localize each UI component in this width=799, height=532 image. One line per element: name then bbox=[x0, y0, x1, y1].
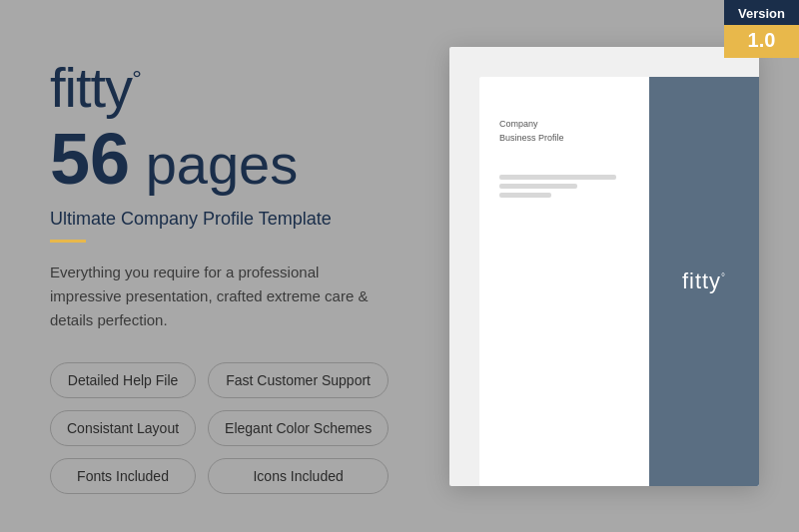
doc-placeholder-1 bbox=[499, 175, 616, 180]
pages-label: pages bbox=[146, 133, 299, 196]
version-badge: Version 1.0 bbox=[724, 0, 799, 58]
right-panel: fitty° Company Business Profile bbox=[409, 0, 799, 532]
document-company-label: Company bbox=[499, 117, 629, 131]
feature-pill-3[interactable]: Elegant Color Schemes bbox=[208, 410, 389, 446]
document-content: Company Business Profile bbox=[479, 77, 649, 486]
pages-count: 56 bbox=[50, 119, 130, 199]
divider bbox=[50, 240, 86, 243]
description: Everything you require for a professiona… bbox=[50, 261, 380, 332]
doc-placeholder-2 bbox=[499, 184, 577, 189]
document-mockup: fitty° Company Business Profile bbox=[449, 47, 759, 486]
document-inner: fitty° Company Business Profile bbox=[479, 77, 759, 486]
document-brand: fitty° bbox=[682, 268, 726, 294]
document-profile-label: Business Profile bbox=[499, 131, 629, 145]
feature-pill-0[interactable]: Detailed Help File bbox=[50, 362, 196, 398]
left-panel: fitty° 56 pages Ultimate Company Profile… bbox=[0, 0, 419, 532]
features-grid: Detailed Help File Fast Customer Support… bbox=[50, 362, 380, 494]
feature-pill-2[interactable]: Consistant Layout bbox=[50, 410, 196, 446]
document-sidebar: fitty° bbox=[649, 77, 759, 486]
feature-pill-5[interactable]: Icons Included bbox=[208, 458, 389, 494]
pages-line: 56 pages bbox=[50, 120, 380, 199]
version-label: Version bbox=[738, 6, 785, 21]
feature-pill-1[interactable]: Fast Customer Support bbox=[208, 362, 389, 398]
version-number: 1.0 bbox=[724, 25, 799, 58]
brand-name: fitty° bbox=[50, 60, 380, 116]
subtitle: Ultimate Company Profile Template bbox=[50, 209, 380, 230]
doc-placeholder-3 bbox=[499, 193, 551, 198]
feature-pill-4[interactable]: Fonts Included bbox=[50, 458, 196, 494]
